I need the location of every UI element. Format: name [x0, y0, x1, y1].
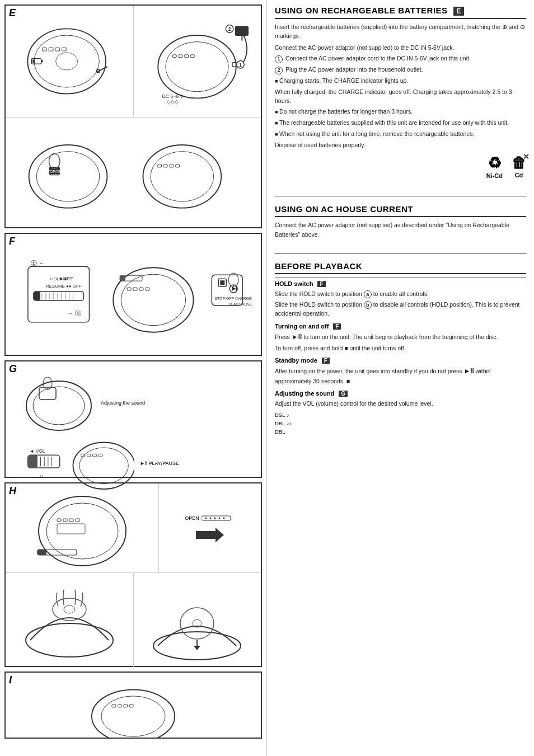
svg-text:STOP/OFF CHARGE: STOP/OFF CHARGE [214, 297, 252, 300]
svg-rect-37 [163, 165, 167, 167]
svg-rect-59 [127, 288, 131, 290]
turning-on-off-text: Press ►ll to turn on the unit. The unit … [275, 332, 526, 353]
rechargeable-title: USING ON RECHARGEABLE BATTERIES E [275, 6, 526, 19]
section-h-bottom [6, 573, 261, 668]
svg-point-0 [27, 29, 106, 93]
ac-content: Connect the AC power adaptor (not suppli… [275, 220, 526, 239]
svg-rect-94 [93, 454, 97, 457]
rechargeable-badge: E [453, 7, 464, 16]
turning-on-off-label: Turning on and off [275, 323, 329, 330]
svg-point-1 [34, 35, 99, 87]
svg-rect-123 [118, 705, 121, 707]
section-f-diagram: HOLD ● ●OFF RESUME ●● OFF ⓑ ← → ⓐ [6, 234, 261, 355]
divider-1 [275, 196, 526, 196]
section-f-label: F [8, 236, 16, 246]
svg-rect-95 [99, 454, 102, 457]
svg-rect-64 [120, 275, 125, 281]
svg-text:2: 2 [228, 26, 231, 32]
section-e: E [4, 4, 262, 228]
svg-rect-100 [69, 519, 73, 522]
hold-switch-badge: F [317, 281, 325, 287]
svg-point-13 [166, 42, 228, 92]
svg-rect-38 [170, 165, 174, 167]
svg-point-32 [49, 153, 60, 168]
svg-rect-98 [57, 519, 61, 522]
svg-rect-14 [173, 55, 177, 58]
svg-point-114 [64, 605, 75, 613]
svg-point-75 [26, 381, 91, 430]
section-h: H [4, 482, 262, 667]
svg-text:◄ VOL: ◄ VOL [30, 448, 45, 454]
dsl-item-2: DBL ♪♪ [275, 419, 526, 428]
ac-section: USING ON AC HOUSE CURRENT Connect the AC… [275, 204, 526, 241]
section-h-top: OPEN [6, 483, 261, 573]
svg-point-121 [101, 696, 165, 736]
svg-rect-102 [57, 524, 85, 534]
rechargeable-content: Insert the rechargeable batteries (suppl… [275, 22, 526, 149]
before-playback-section: BEFORE PLAYBACK HOLD switch F Slide the … [275, 261, 526, 440]
svg-text:●OFF: ●OFF [59, 275, 74, 281]
svg-rect-61 [139, 288, 143, 290]
adjusting-sound-label: Adjusting the sound [275, 390, 334, 397]
svg-rect-17 [191, 55, 195, 58]
turning-badge: F [333, 323, 341, 330]
svg-point-108 [214, 517, 216, 519]
svg-rect-8 [41, 60, 43, 63]
adjusting-badge: G [339, 391, 348, 397]
svg-point-106 [205, 517, 207, 519]
svg-point-58 [121, 274, 185, 326]
svg-point-112 [26, 623, 113, 657]
svg-rect-5 [55, 48, 60, 51]
standby-subsection: Standby mode F After turning on the powe… [275, 357, 526, 386]
svg-point-109 [218, 517, 220, 519]
svg-text:1: 1 [239, 62, 242, 68]
svg-text:↔: ↔ [39, 472, 45, 479]
adjusting-sound-subsection: Adjusting the sound G Adjust the VOL (vo… [275, 390, 526, 436]
svg-marker-69 [232, 287, 236, 291]
svg-rect-101 [76, 519, 79, 522]
section-i: I [4, 672, 262, 739]
svg-rect-45 [34, 292, 40, 300]
svg-rect-3 [42, 48, 46, 51]
svg-point-34 [143, 145, 221, 208]
svg-rect-70 [236, 287, 237, 291]
section-g-label: G [8, 364, 18, 374]
section-i-label: I [8, 675, 13, 685]
dsl-item-1: DSL ♪ [275, 411, 526, 419]
turning-on-off-subsection: Turning on and off F Press ►ll to turn o… [275, 323, 526, 353]
svg-rect-15 [179, 55, 182, 58]
svg-point-27 [29, 145, 107, 208]
svg-point-91 [79, 448, 128, 484]
e-diagram-adapter: 1 2 DC 5~6 V ◇◇◇ [134, 6, 261, 117]
svg-text:◇◇◇: ◇◇◇ [167, 99, 179, 105]
section-g-diagram: Adjusting the sound ◄ VOL [6, 361, 261, 477]
svg-text:RESUME ●● OFF: RESUME ●● OFF [46, 284, 82, 289]
svg-rect-60 [133, 288, 137, 290]
svg-point-76 [33, 387, 85, 425]
section-g: G Adjusting the sound [4, 360, 262, 478]
section-f: F HOLD ● ●OFF RESUME ●● OFF [4, 233, 262, 356]
hold-switch-subsection: HOLD switch F Slide the HOLD switch to p… [275, 280, 526, 318]
standby-label: Standby mode [275, 357, 317, 364]
svg-marker-111 [196, 528, 224, 542]
svg-text:STOP/OFF: STOP/OFF [45, 169, 64, 173]
svg-text:CHARGE: CHARGE [46, 173, 63, 177]
svg-point-107 [209, 517, 211, 519]
svg-point-35 [151, 151, 214, 201]
svg-rect-65 [212, 275, 242, 306]
hold-switch-text: Slide the HOLD switch to position a to e… [275, 289, 526, 318]
before-playback-title: BEFORE PLAYBACK [275, 261, 526, 274]
svg-rect-44 [34, 292, 84, 300]
svg-rect-9 [32, 60, 35, 63]
standby-badge: F [322, 358, 330, 364]
e-bottom-diagram: STOP/OFF CHARGE [6, 118, 261, 229]
right-panel: USING ON RECHARGEABLE BATTERIES E Insert… [267, 0, 534, 756]
svg-text:DC 5~6 V: DC 5~6 V [162, 93, 184, 99]
svg-rect-4 [49, 48, 53, 51]
svg-rect-88 [28, 455, 38, 468]
svg-text:PLAY/PAUSE: PLAY/PAUSE [228, 302, 252, 306]
svg-rect-125 [129, 705, 133, 707]
svg-point-110 [223, 517, 224, 519]
svg-text:→ ⓐ: → ⓐ [67, 310, 81, 317]
svg-rect-62 [146, 288, 149, 290]
